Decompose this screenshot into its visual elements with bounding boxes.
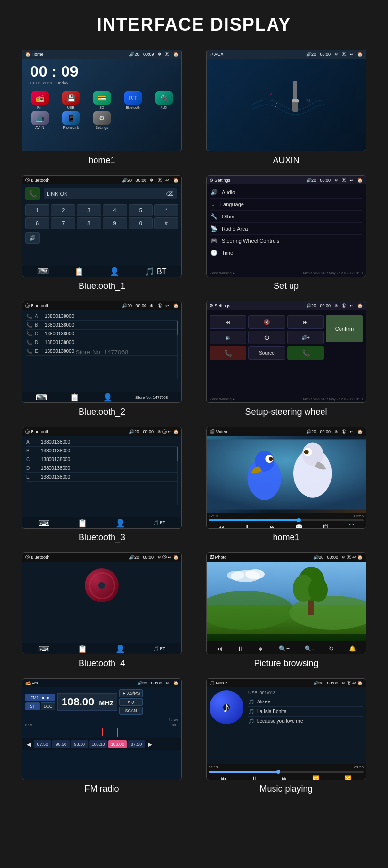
music-pause[interactable]: ⏸ (251, 775, 257, 780)
key-5[interactable]: 5 (129, 204, 153, 216)
sw-confirm[interactable]: Confirm (326, 315, 363, 342)
music-track-1[interactable]: 🎵 Alizee (248, 697, 363, 707)
dialpad-icon[interactable]: ⌨ (36, 393, 47, 402)
photo-info[interactable]: 🔔 (349, 645, 356, 652)
setting-audio[interactable]: 🔊 Audio (210, 186, 362, 199)
video-next[interactable]: ⏭ (270, 524, 275, 529)
contact-a[interactable]: 📞 A 13800138000 (26, 312, 178, 321)
vol-btn[interactable]: 🔊 (25, 232, 40, 244)
photo-pause[interactable]: ⏸ (237, 645, 243, 652)
person-icon[interactable]: 👤 (115, 518, 125, 528)
fm-preset-4[interactable]: 106.10 (89, 740, 108, 748)
contact-b2[interactable]: B 13800138000 (26, 447, 178, 455)
fm-preset-5[interactable]: 108.00 (108, 740, 127, 748)
app-phonelink[interactable]: 📱 PhoneLink (56, 111, 85, 129)
call-button[interactable]: 📞 (25, 187, 40, 200)
app-fm[interactable]: 📻 Fm (25, 91, 54, 109)
app-avin[interactable]: 📺 AV IN (25, 111, 54, 129)
music-track-3[interactable]: 🎵 because you love me (248, 717, 363, 726)
video-fullscreen[interactable]: ⛶ (348, 524, 354, 529)
key-7[interactable]: 7 (51, 217, 75, 229)
fm-preset-2[interactable]: 90.50 (52, 740, 70, 748)
key-star[interactable]: * (154, 204, 178, 216)
fm-asps[interactable]: ► AS/PS (119, 689, 142, 697)
sw-mute[interactable]: 🔇 (248, 315, 285, 329)
fm-eq[interactable]: EQ (119, 698, 142, 706)
video-pause[interactable]: ⏸ (244, 524, 250, 529)
contact-a2[interactable]: A 13800138000 (26, 438, 178, 447)
fm-station-btn[interactable]: FM1 ◄ ► (25, 694, 55, 701)
app-sd[interactable]: 💳 SD (87, 91, 116, 109)
contact-d2[interactable]: D 13800138000 (26, 464, 178, 473)
app-aux[interactable]: 🔌 AUX (149, 91, 178, 109)
contacts-icon[interactable]: 📋 (78, 644, 87, 653)
person-icon[interactable]: 👤 (115, 644, 125, 653)
fm-preset-6[interactable]: 87.50 (128, 740, 145, 748)
setting-radio-area[interactable]: 📡 Radio Area (210, 223, 362, 235)
photo-zoom-out[interactable]: 🔍- (305, 645, 314, 652)
contact-b[interactable]: 📞 B 13800138000 (26, 321, 178, 330)
person-icon[interactable]: 👤 (103, 393, 113, 402)
music-progress-bar[interactable] (209, 771, 364, 773)
contact-e[interactable]: 📞 E 13800138000 (26, 347, 178, 356)
fm-scale[interactable] (25, 728, 178, 737)
photo-zoom-in[interactable]: 🔍+ (279, 645, 290, 652)
app-settings[interactable]: ⚙ Settings (87, 111, 116, 129)
app-usb[interactable]: 💾 USB (56, 91, 85, 109)
sw-call[interactable]: 📞 (287, 346, 324, 360)
key-8[interactable]: 8 (77, 217, 101, 229)
photo-rotate[interactable]: ↻ (329, 645, 334, 652)
music-track-2[interactable]: 🎵 La Isla Bonita (248, 707, 363, 717)
app-bt[interactable]: BT Bluetooth (118, 91, 147, 109)
music-next[interactable]: ⏭ (282, 775, 288, 780)
svg-rect-2 (292, 102, 298, 112)
dialpad-icon[interactable]: ⌨ (37, 267, 48, 276)
video-progress-bar[interactable] (209, 519, 364, 521)
video-screenshot[interactable]: 🖼 (323, 524, 328, 529)
music-repeat[interactable]: 🔁 (312, 775, 320, 780)
dialpad-icon[interactable]: ⌨ (38, 518, 49, 528)
setting-language[interactable]: 🗨 Language (210, 199, 362, 211)
contact-e2[interactable]: E 13800138000 (26, 473, 178, 482)
key-6[interactable]: 6 (25, 217, 49, 229)
fm-loc[interactable]: LOC (41, 702, 55, 710)
photo-prev[interactable]: ⏮ (216, 645, 222, 652)
dialpad-icon[interactable]: ⌨ (38, 644, 49, 653)
contact-d[interactable]: 📞 D 13800138000 (26, 338, 178, 347)
sw-power[interactable]: ⏻ (248, 331, 285, 344)
music-shuffle[interactable]: 🔀 (344, 775, 352, 780)
sw-vol-up[interactable]: 🔊+ (287, 331, 324, 344)
photo-next[interactable]: ⏭ (258, 645, 264, 652)
key-9[interactable]: 9 (103, 217, 127, 229)
key-0[interactable]: 0 (129, 217, 153, 229)
sw-source[interactable]: Source (248, 346, 285, 360)
music-prev[interactable]: ⏮ (221, 775, 226, 780)
contacts-icon[interactable]: 📋 (78, 518, 87, 528)
person-icon[interactable]: 👤 (110, 267, 119, 276)
fm-next-arrow[interactable]: ► (146, 740, 155, 748)
setting-other[interactable]: 🔧 Other (210, 211, 362, 223)
contacts-icon[interactable]: 📋 (74, 267, 84, 276)
setting-time[interactable]: 🕐 Time (210, 247, 362, 259)
music-icon[interactable]: 🎵 BT (145, 267, 167, 276)
sw-next[interactable]: ⏭ (287, 315, 324, 329)
key-2[interactable]: 2 (51, 204, 75, 216)
video-subtitles[interactable]: 💬 (295, 524, 303, 529)
video-prev[interactable]: ⏮ (218, 524, 224, 529)
fm-prev-arrow[interactable]: ◄ (24, 740, 33, 748)
sw-hangup[interactable]: 📞 (210, 346, 246, 360)
key-1[interactable]: 1 (25, 204, 49, 216)
fm-preset-1[interactable]: 87.50 (34, 740, 51, 748)
fm-st[interactable]: ST (25, 702, 40, 710)
contacts-icon[interactable]: 📋 (70, 393, 80, 402)
sw-vol-down[interactable]: 🔉 (210, 331, 246, 344)
fm-scan[interactable]: SCAN (119, 707, 142, 715)
setting-steering[interactable]: 🎮 Steering Wheel Controls (210, 235, 362, 247)
key-3[interactable]: 3 (77, 204, 101, 216)
contact-c[interactable]: 📞 C 13800138000 (26, 330, 178, 338)
contact-c2[interactable]: C 13800138000 (26, 455, 178, 464)
key-hash[interactable]: # (154, 217, 178, 229)
key-4[interactable]: 4 (103, 204, 127, 216)
sw-prev[interactable]: ⏮ (210, 315, 246, 329)
fm-preset-3[interactable]: 98.10 (71, 740, 88, 748)
